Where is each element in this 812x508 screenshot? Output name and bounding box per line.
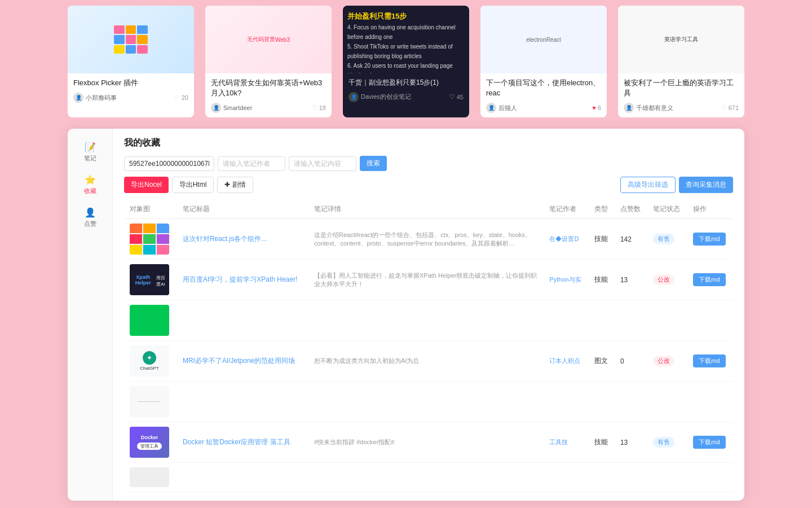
notes-table: 对象图 笔记标题 笔记详情 笔记作者 类型 点赞数 笔记状态 操作 [124, 200, 733, 492]
card-2-author: 👤 Smartdeer [211, 103, 252, 113]
card-2-avatar: 👤 [211, 103, 221, 113]
advanced-export-button[interactable]: 高级导出筛选 [620, 177, 676, 193]
sidebar-item-favorites[interactable]: ⭐ 收藏 [70, 170, 109, 200]
search-input-content[interactable] [289, 156, 356, 171]
row-5-type [589, 382, 615, 422]
card-1-likes: ♡ 20 [174, 94, 188, 102]
search-input-id[interactable] [124, 156, 214, 171]
row-4-author: 订本人积点 [549, 357, 580, 364]
row-7-title [177, 463, 308, 492]
card-1-author: 👤 小郑撸码事 [73, 93, 117, 103]
row-4-likes: 0 [615, 341, 647, 382]
main-content: 我的收藏 搜索 导出Nocel 导出Html ✚ 剧情 高级导出筛选 查询采集消… [113, 129, 744, 501]
row-6-likes: 13 [615, 422, 647, 463]
row-3-status [647, 300, 687, 341]
row-4-thumb: ✦ ChatGPT [130, 345, 169, 376]
row-2-download[interactable]: 下载md [693, 273, 725, 286]
row-7-action [687, 463, 733, 492]
action-row: 导出Nocel 导出Html ✚ 剧情 高级导出筛选 查询采集消息 [124, 177, 733, 193]
row-5-title [177, 382, 308, 422]
table-row: Xpath Helper 用百度AI 用百度AI学习，提前学习XPath Hea… [124, 260, 733, 300]
row-1-download[interactable]: 下载md [693, 233, 725, 246]
row-2-title[interactable]: 用百度AI学习，提前学习XPath Heaer! [183, 275, 303, 284]
card-4-avatar: 👤 [486, 103, 496, 113]
row-3-action [687, 300, 733, 341]
row-4-desc: 恕不断为成这类方向加入初始为AI为总 [314, 357, 538, 365]
row-4-download[interactable]: 下载md [693, 354, 725, 367]
star-icon: ⭐ [85, 174, 96, 185]
action-buttons-left: 导出Nocel 导出Html ✚ 剧情 [124, 177, 253, 193]
row-6-download[interactable]: 下载md [693, 436, 725, 449]
row-4-type: 图文 [589, 341, 615, 382]
row-7-author [544, 463, 589, 492]
notes-icon: 📝 [85, 142, 96, 152]
row-6-author: 工具技 [549, 439, 568, 445]
search-button[interactable]: 搜索 [360, 156, 387, 171]
row-1-author: 在◆设置D [549, 235, 579, 242]
row-6-desc: #快来当前指辟 #docker指配# [314, 438, 538, 446]
export-html-button[interactable]: 导出Html [172, 177, 214, 193]
card-4-author: 👤 后猫人 [486, 103, 517, 113]
row-3-title [177, 300, 308, 341]
search-input-author[interactable] [218, 156, 285, 171]
card-5-author: 👤 千雄都有意义 [624, 103, 673, 113]
col-header-author: 笔记作者 [544, 200, 589, 219]
copy-button[interactable]: ✚ 剧情 [217, 177, 253, 193]
row-5-action [687, 382, 733, 422]
card-3-likes: ♡ 45 [449, 93, 464, 100]
search-bar: 搜索 [124, 156, 733, 171]
col-header-title: 笔记标题 [177, 200, 308, 219]
row-2-thumb: Xpath Helper 用百度AI [130, 264, 169, 295]
card-4-likes: ♥ 6 [592, 104, 601, 111]
row-5-thumb [130, 386, 169, 417]
row-7-desc [308, 463, 544, 492]
card-5-likes: ♡ 671 [721, 104, 739, 112]
table-row [124, 382, 733, 422]
row-7-type [589, 463, 615, 492]
card-3-subtitle: 千货｜副业想盈利只要15步(1) [348, 78, 464, 87]
row-1-desc: 这是介绍React#react的一些个组合、包括器、ctx、pros、key、s… [314, 231, 538, 248]
card-4: electron React 下一个项目写这个，使用electron、reac … [480, 6, 607, 117]
row-2-status: 公改 [653, 274, 674, 285]
card-4-title: 下一个项目写这个，使用electron、reac [486, 78, 601, 98]
table-row [124, 300, 733, 341]
table-row: 这次针对React.js各个组件... 这是介绍React#react的一些个组… [124, 219, 733, 260]
row-3-type [589, 300, 615, 341]
table-row [124, 463, 733, 492]
row-1-thumb [130, 224, 169, 255]
card-3: 并始盈利只需15步 4. Focus on having one acquisi… [343, 6, 469, 117]
page-title: 我的收藏 [124, 137, 733, 149]
row-2-type: 技能 [589, 260, 615, 300]
card-1-title: Flexbox Picker 插件 [73, 78, 188, 88]
row-4-title[interactable]: MRI必学不了AI/Jetpone的范处用同场 [183, 356, 303, 366]
user-icon: 👤 [85, 207, 96, 218]
row-2-likes: 13 [615, 260, 647, 300]
batch-export-button[interactable]: 查询采集消息 [679, 177, 733, 193]
sidebar-item-likes[interactable]: 👤 点赞 [70, 203, 109, 233]
row-1-type: 技能 [589, 219, 615, 260]
col-header-desc: 笔记详情 [308, 200, 544, 219]
col-header-image: 对象图 [124, 200, 177, 219]
card-1-avatar: 👤 [73, 93, 83, 103]
row-2-desc: 【必看】用人工智能进行，超龙与掌握XPath Helper彻底击破定制轴，让你提… [314, 271, 538, 288]
card-2-likes: ♡ 18 [312, 104, 326, 112]
row-4-status: 公改 [653, 356, 674, 366]
row-3-thumb [130, 305, 169, 336]
col-header-action: 操作 [687, 200, 733, 219]
card-5-avatar: 👤 [624, 103, 634, 113]
row-6-title[interactable]: Docker 短暂Docker应用管理 落工具 [183, 437, 303, 447]
sidebar-item-notes[interactable]: 📝 笔记 [70, 137, 109, 167]
row-7-thumb [130, 467, 169, 487]
action-buttons-right: 高级导出筛选 查询采集消息 [620, 177, 733, 193]
row-3-likes [615, 300, 647, 341]
row-7-likes [615, 463, 647, 492]
card-2: 无代码背景 Web3 无代码背景女生如何靠英语+Web3月入10k? 👤 Sma… [205, 6, 332, 117]
row-6-thumb: Docker 管理工具 [130, 427, 169, 458]
row-1-status: 有售 [653, 234, 674, 244]
col-header-type: 类型 [589, 200, 615, 219]
card-3-avatar: 👤 [348, 92, 359, 102]
export-nocel-button[interactable]: 导出Nocel [124, 177, 169, 193]
main-window: 📝 笔记 ⭐ 收藏 👤 点赞 我的收藏 搜索 导出Nocel 导出Html ✚ … [68, 129, 744, 501]
row-1-title[interactable]: 这次针对React.js各个组件... [183, 234, 303, 244]
row-5-author [544, 382, 589, 422]
